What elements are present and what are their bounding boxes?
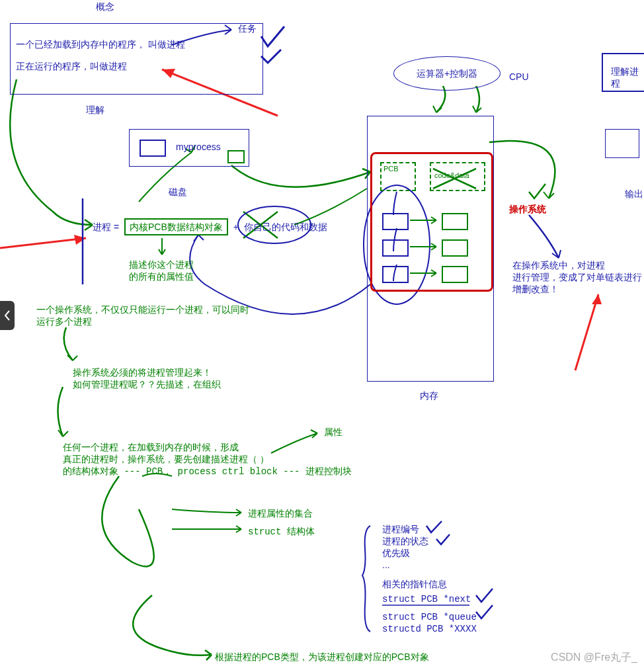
file-icon [140,140,166,157]
pcb-node-1 [382,213,409,230]
struct-m5: 相关的指针信息 [382,579,447,591]
desc-l2: 的所有的属性值 [129,271,194,283]
process-eq-prefix: 进程 = [93,222,119,232]
osmanage-l2: 如何管理进程呢？？先描述，在组织 [73,379,221,391]
struct-m1: 进程编号 [382,524,419,536]
os-mgmt-l1: 在操作系统中，对进程 [512,260,605,272]
struct-m3: 优先级 [382,548,410,560]
codedata-dashed-box: code&data [430,162,485,191]
struct-m4: ... [382,560,390,570]
disk-label: 磁盘 [169,187,187,198]
struct-m7: struct PCB *queue [382,612,477,622]
pcb-node-2 [382,239,409,257]
os-mgmt-l2: 进行管理，变成了对单链表进行 [512,272,642,284]
pcb-dashed-box: PCB [380,162,416,191]
concept-line1: 一个已经加载到内存中的程序， 叫做进程 [16,39,257,51]
code-node-2 [442,239,468,257]
multiproc-l1: 一个操作系统，不仅仅只能运行一个进程，可以同时 [36,304,249,316]
desc-l1: 描述你这个进程 [129,259,194,271]
green-marker-icon [227,150,245,163]
os-label: 操作系统 [509,204,546,216]
multiproc-l2: 运行多个进程 [36,316,92,328]
pcb-type-create: 根据进程的PCB类型，为该进程创建对应的PCB对象 [215,651,429,663]
pcbcreate-l1: 任何一个进程，在加载到内存的时候，形成 [63,442,239,454]
memory-label: 内存 [420,390,438,402]
struct-m6: struct PCB *next [382,594,471,605]
concept-label: 概念 [96,1,114,13]
code-node-1 [442,213,468,230]
code-data-text: 你自己的代码和数据 [244,222,327,232]
plus-sign: + [233,222,239,232]
struct-label: struct 结构体 [248,526,315,538]
side-tab-handle[interactable] [0,301,15,330]
os-mgmt-l3: 增删改查！ [512,284,559,296]
osmanage-l1: 操作系统必须的将进程管理起来！ [73,367,212,379]
understand-proc-box: 理解进程 [602,53,644,92]
concept-box: 一个已经加载到内存中的程序， 叫做进程 正在运行的程序，叫做进程 [10,23,263,95]
pcbcreate-l2: 真正的进程时，操作系统，要先创建描述进程（ ） [63,454,269,466]
attribute-label: 属性 [324,427,342,439]
chevron-left-icon [4,310,11,321]
right-small-box [605,129,639,158]
pcb-obj-box: 内核PCB数据结构对象 [124,218,228,235]
alu-ctrl-label: 运算器+控制器 [417,68,477,79]
code-node-3 [442,266,468,283]
codedata-small-label: code&data [434,171,469,179]
myprocess-box: myprocess [129,129,249,167]
understand-proc-label: 理解进程 [611,66,644,90]
understand-label: 理解 [86,105,104,116]
struct-m2: 进程的状态 [382,536,428,548]
process-eq-row: 进程 = 内核PCB数据结构对象 + 你自己的代码和数据 [93,222,327,233]
pcbcreate-l3: 的结构体对象 --- PCB， process ctrl block --- 进… [63,466,352,478]
concept-line2: 正在运行的程序，叫做进程 [16,61,257,73]
attr-set-label: 进程属性的集合 [248,508,313,520]
watermark: CSDN @Fre丸子_ [551,651,637,665]
struct-m8: structd PCB *XXXX [382,624,477,634]
cpu-label: CPU [509,71,529,82]
svg-marker-3 [592,294,602,304]
cpu-oval: 运算器+控制器 [393,56,501,91]
svg-marker-1 [74,235,86,245]
myprocess-label: myprocess [176,142,221,152]
output-label: 输出 [625,188,643,200]
pcb-small-label: PCB [383,165,399,173]
pcb-node-3 [382,266,409,283]
